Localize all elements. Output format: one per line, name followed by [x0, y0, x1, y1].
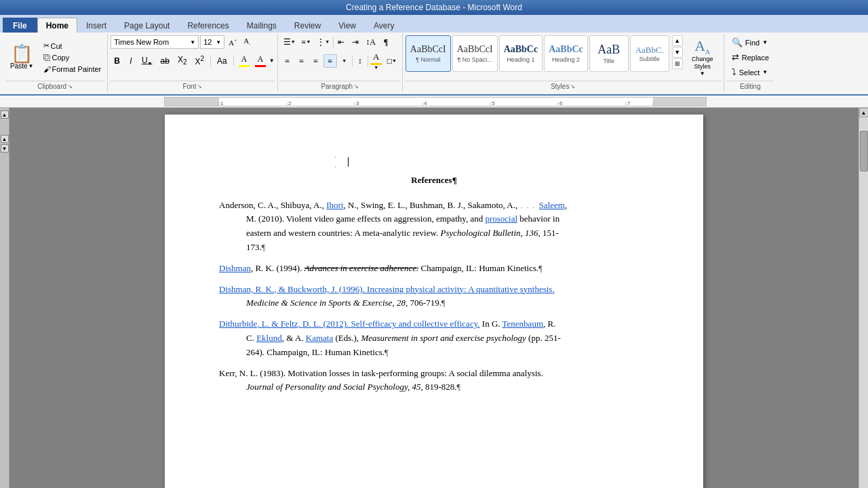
format-painter-button[interactable]: 🖌 Format Painter: [40, 64, 105, 75]
kerr-journal: Journal of Personality and Social Psycho…: [246, 382, 420, 392]
title-text: Creating a Reference Database - Microsof…: [346, 3, 522, 12]
bold-button[interactable]: B: [111, 55, 123, 67]
tab-insert[interactable]: Insert: [77, 18, 115, 33]
scroll-track[interactable]: [859, 117, 869, 488]
svg-text:3: 3: [356, 100, 359, 106]
scroll-thumb[interactable]: [860, 131, 868, 171]
prosocial-link[interactable]: prosocial: [485, 214, 517, 224]
document-scroll-area[interactable]: · · References¶ Anderson, C. A., Shibuya…: [9, 108, 859, 488]
multilevel-list-button[interactable]: ⋮▼: [314, 35, 332, 49]
style-heading1[interactable]: AaBbCc Heading 1: [499, 35, 543, 72]
decrease-indent-button[interactable]: ⇤: [334, 35, 348, 49]
tab-file[interactable]: File: [3, 18, 37, 33]
style-title[interactable]: AaB Title: [589, 35, 629, 72]
tab-avery[interactable]: Avery: [365, 18, 403, 33]
line-spacing-button[interactable]: ↕: [353, 54, 367, 68]
svg-text:2: 2: [288, 100, 292, 106]
clipboard-small-buttons: ✂ Cut ⿻ Copy 🖌 Format Painter: [40, 40, 105, 75]
superscript-button[interactable]: X2: [191, 54, 208, 68]
style-no-spacing-preview: AaBbCcI: [457, 44, 493, 56]
sidebar-arrow-prev[interactable]: ▲: [1, 135, 9, 143]
styles-expand[interactable]: ⊞: [672, 58, 683, 69]
page-marker2: ·: [334, 162, 336, 172]
style-subtitle-label: Subtitle: [639, 56, 660, 62]
text-highlight-button[interactable]: A: [237, 53, 252, 68]
change-case-button[interactable]: Aa: [214, 55, 231, 67]
shading-button[interactable]: A ▼: [369, 50, 384, 72]
tab-view[interactable]: View: [330, 18, 365, 33]
dishman1996-link[interactable]: Dishman, R. K., & Buckworth, J. (1996). …: [219, 284, 555, 294]
style-subtitle[interactable]: AaBbC. Subtitle: [630, 35, 669, 72]
cut-button[interactable]: ✂ Cut: [40, 40, 105, 52]
clipboard-expand-icon[interactable]: ↘: [68, 83, 73, 89]
sort-button[interactable]: ↕A: [363, 35, 378, 49]
justify-button[interactable]: ≡: [323, 54, 337, 68]
show-formatting-button[interactable]: ¶: [379, 35, 393, 49]
bullets-button[interactable]: ☰▼: [281, 35, 298, 49]
strikethrough-button[interactable]: ab: [157, 55, 173, 67]
style-heading2[interactable]: AaBbCc Heading 2: [544, 35, 588, 72]
font-size-selector[interactable]: 12 ▼: [200, 35, 224, 49]
anderson-line4: 173.¶: [219, 241, 649, 255]
scroll-up-button[interactable]: ▲: [859, 108, 869, 117]
align-center-button[interactable]: ≡: [295, 54, 309, 68]
paste-button[interactable]: 📋 Paste▼: [5, 40, 39, 75]
tab-review[interactable]: Review: [285, 18, 330, 33]
numbering-button[interactable]: ≡▼: [299, 35, 314, 49]
align-left-button[interactable]: ≡: [281, 54, 294, 68]
svg-text:6: 6: [559, 100, 563, 106]
font-grow-button[interactable]: A+: [226, 37, 239, 48]
copy-button[interactable]: ⿻ Copy: [40, 52, 105, 63]
ref-entry-dithurbide: Dithurbide, L. & Feltz, D. L. (2012). Se…: [219, 317, 649, 359]
eklund-link[interactable]: Eklund: [256, 333, 282, 343]
find-dropdown-icon: ▼: [762, 39, 768, 45]
styles-expand-icon[interactable]: ↘: [570, 83, 575, 89]
underline-button[interactable]: U▼: [138, 54, 156, 67]
pilcrow-2: ¶: [538, 264, 542, 273]
dishman1994-link[interactable]: Dishman: [219, 263, 251, 273]
font-expand-icon[interactable]: ↘: [197, 83, 202, 89]
justify-dropdown-icon[interactable]: ▼: [338, 54, 351, 68]
dithurbide-link[interactable]: Dithurbide, L. & Feltz, D. L. (2012). Se…: [219, 319, 480, 329]
anderson-line2: M. (2010). Violent video game effects on…: [219, 212, 649, 226]
tab-page-layout[interactable]: Page Layout: [115, 18, 178, 33]
sidebar-arrow-next[interactable]: ▼: [1, 144, 9, 152]
tab-bar: File Home Insert Page Layout References …: [0, 15, 868, 33]
saleem-link[interactable]: Saleem: [539, 200, 565, 210]
subscript-button[interactable]: X2: [174, 54, 191, 67]
align-right-button[interactable]: ≡: [309, 54, 323, 68]
kamata-link[interactable]: Kamata: [306, 333, 333, 343]
ref-entry-anderson: Anderson, C. A., Shibuya, A., Ihori, N.,…: [219, 199, 649, 255]
kerr-line2: Journal of Personality and Social Psycho…: [219, 380, 649, 394]
select-button[interactable]: ⤵ Select ▼: [727, 65, 773, 79]
cursor-line[interactable]: [219, 155, 649, 169]
style-normal[interactable]: AaBbCcI ¶ Normal: [406, 35, 451, 72]
borders-button[interactable]: □▼: [384, 54, 399, 68]
font-shrink-button[interactable]: A-: [241, 35, 253, 48]
font-family-selector[interactable]: Times New Rom ▼: [111, 35, 199, 49]
replace-button[interactable]: ⇄ Replace: [727, 50, 774, 64]
change-styles-button[interactable]: AA ChangeStyles ▼: [684, 35, 721, 79]
format-painter-icon: 🖌: [43, 65, 51, 73]
svg-text:7: 7: [627, 100, 631, 106]
increase-indent-button[interactable]: ⇥: [349, 35, 362, 49]
clipboard-group: 📋 Paste▼ ✂ Cut ⿻ Copy 🖌: [3, 34, 108, 92]
paragraph-expand-icon[interactable]: ↘: [354, 83, 359, 89]
tab-references[interactable]: References: [178, 18, 237, 33]
ruler-bar: 1 2 3 4 5 6 7: [164, 97, 707, 106]
tab-mailings[interactable]: Mailings: [238, 18, 285, 33]
kerr-line1: Kerr, N. L. (1983). Motivation losses in…: [219, 367, 649, 381]
font-color-dropdown-icon[interactable]: ▼: [269, 58, 275, 64]
find-button[interactable]: 🔍 Find ▼: [727, 35, 772, 49]
tab-home[interactable]: Home: [37, 18, 77, 33]
pilcrow-3: ¶: [441, 298, 445, 308]
ihori-link[interactable]: Ihori: [326, 200, 343, 210]
style-normal-preview: AaBbCcI: [410, 44, 446, 56]
italic-button[interactable]: I: [125, 55, 137, 67]
font-color-button[interactable]: A: [253, 53, 268, 68]
tenenbaum-link[interactable]: Tenenbaum: [502, 319, 543, 329]
styles-scroll-up[interactable]: ▲: [672, 35, 683, 46]
style-no-spacing[interactable]: AaBbCcI ¶ No Spaci...: [452, 35, 498, 72]
sidebar-arrow-up[interactable]: ▲: [1, 110, 9, 119]
styles-scroll-down[interactable]: ▼: [672, 47, 683, 58]
